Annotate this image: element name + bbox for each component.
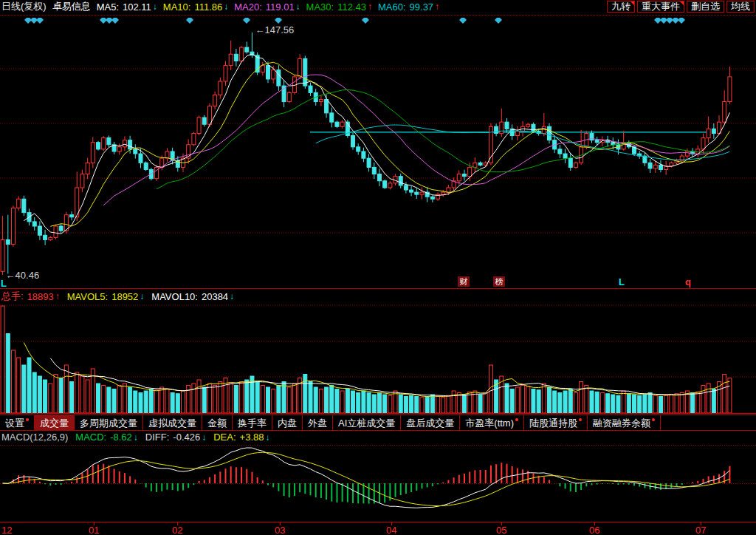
candle (388, 181, 392, 189)
candle (723, 90, 726, 123)
volume-pane-header: 总手:18893↑MAVOL5:18952↓MAVOL10:20384↓ (1, 289, 241, 304)
ma-legend-item-0: MA5:102.11↓ (97, 1, 157, 13)
tab-市盈率(ttm)[interactable]: 市盈率(ttm) (460, 415, 524, 430)
volume-bar (484, 393, 487, 414)
volume-bar (277, 386, 281, 414)
limit-marker-left: L (1, 278, 7, 288)
down-arrow-icon: ↓ (134, 432, 138, 443)
candle (415, 188, 419, 199)
dea-line (3, 452, 730, 505)
toolbar-button-1[interactable]: 重大事件 (637, 1, 684, 13)
main-candlestick-chart[interactable]: ←147.56←40.46L财榜Lq (0, 18, 756, 289)
volume-bar (128, 387, 132, 413)
volume-bars (1, 306, 732, 413)
volume-bar (86, 380, 89, 413)
volume-bar (272, 389, 275, 414)
tab-多周期成交量[interactable]: 多周期成交量 (75, 415, 143, 430)
toolbar-button-2[interactable]: 删自选 (687, 1, 724, 13)
candle (134, 144, 137, 158)
candle (362, 148, 365, 163)
toolbar-button-3[interactable]: 均线 (726, 1, 755, 13)
nine-turn-diamond-icon (495, 18, 502, 24)
event-letter-marker[interactable]: q (685, 276, 691, 287)
tab-内盘[interactable]: 内盘 (272, 415, 303, 430)
volume-header-item-label: MAVOL5: (67, 291, 108, 302)
volume-bar (404, 397, 408, 414)
candle (691, 148, 695, 157)
tab-外盘[interactable]: 外盘 (303, 415, 333, 430)
volume-bar (22, 365, 26, 413)
axis-month-label: 02 (172, 525, 182, 535)
volume-bar (107, 387, 111, 413)
volume-bar (399, 395, 402, 413)
up-arrow-icon: ↑ (368, 1, 372, 12)
up-arrow-icon: ↑ (55, 291, 60, 301)
tab-AI立桩成交量[interactable]: AI立桩成交量 (333, 415, 401, 430)
toolbar-button-0[interactable]: 九转 (607, 1, 635, 13)
tab-label: 盘后成交量 (406, 417, 454, 430)
volume-bar (728, 378, 732, 413)
macd-pane[interactable] (0, 445, 756, 522)
macd-value-item-2: DEA:+3.88↓ (213, 432, 269, 443)
event-badge[interactable]: 财 (460, 277, 468, 286)
volume-bar (357, 393, 360, 414)
volume-bar (675, 394, 678, 413)
volume-bar (335, 389, 339, 414)
macd-value-item-1: DIFF:-0.426↓ (145, 432, 206, 443)
volume-bar (112, 389, 116, 414)
nine-turn-diamond-icon (186, 18, 193, 24)
volume-bar (383, 395, 387, 413)
candle (685, 149, 689, 159)
volume-bar (38, 376, 41, 413)
candle (473, 157, 477, 173)
volume-bar (568, 389, 572, 414)
nine-turn-diamond-icon (111, 18, 119, 24)
volume-bar (643, 395, 647, 413)
tab-label: 金额 (207, 417, 227, 430)
candle (728, 67, 732, 104)
corner-flag-icon (630, 1, 634, 5)
nine-turn-diamond-icon (106, 18, 113, 24)
volume-bar (585, 386, 588, 414)
tab-label: 外盘 (308, 417, 327, 430)
candle (11, 205, 15, 246)
tab-设置[interactable]: 设置 (0, 415, 35, 430)
volume-bar (155, 390, 159, 413)
tab-成交量[interactable]: 成交量 (35, 415, 75, 430)
ma-legend-item-3: MA30:112.43↑ (306, 1, 372, 13)
candle (91, 137, 94, 168)
volume-pane[interactable] (0, 304, 756, 414)
tab-陆股通持股[interactable]: 陆股通持股 (524, 415, 588, 430)
event-badge[interactable]: 榜 (495, 277, 504, 286)
tab-label: 虚拟成交量 (148, 417, 196, 430)
tab-label: 内盘 (278, 417, 297, 430)
candle (638, 151, 642, 159)
ma-legend-item-label: MA10: (163, 1, 191, 13)
tab-金额[interactable]: 金额 (202, 415, 233, 430)
tab-融资融券余额[interactable]: 融资融券余额 (588, 415, 661, 430)
volume-bar (590, 391, 594, 413)
candle (648, 159, 652, 173)
candle (680, 154, 684, 163)
tab-虚拟成交量[interactable]: 虚拟成交量 (143, 415, 202, 430)
candle (643, 153, 647, 166)
volume-bar (6, 334, 10, 414)
candle (70, 211, 74, 220)
candle (574, 161, 577, 168)
event-letter-marker[interactable]: L (619, 276, 625, 287)
tab-盘后成交量[interactable]: 盘后成交量 (401, 415, 460, 430)
date-axis: 1201020304050607 (0, 522, 756, 535)
volume-bar (553, 391, 557, 413)
volume-bar (420, 398, 424, 413)
tab-换手率[interactable]: 换手率 (233, 415, 272, 430)
volume-bar (447, 395, 450, 413)
volume-bar (653, 395, 657, 413)
volume-bar (96, 384, 100, 413)
candles (1, 33, 732, 275)
macd-value-item-0: MACD:-8.62↓ (75, 432, 138, 443)
volume-bar (102, 386, 106, 414)
volume-bar (54, 375, 58, 414)
volume-bar (627, 394, 630, 413)
volume-bar (351, 391, 355, 413)
candle (144, 161, 148, 171)
